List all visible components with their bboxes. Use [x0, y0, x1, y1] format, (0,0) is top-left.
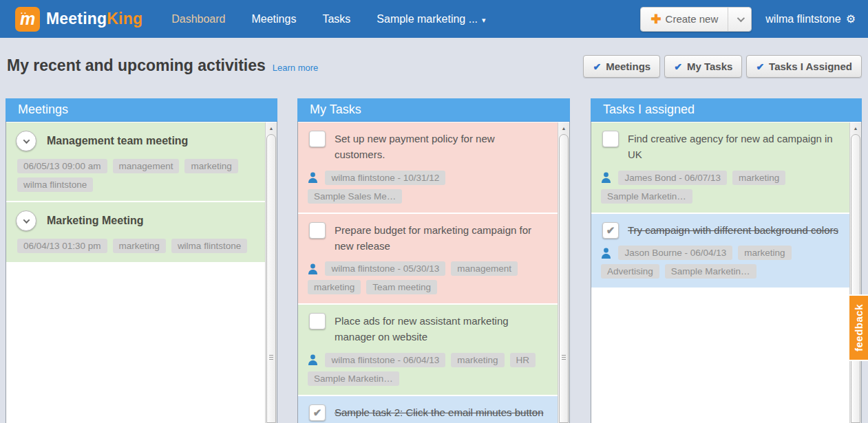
assignee-tag: Jason Bourne - 06/04/13 [618, 246, 732, 260]
task-meta: wilma flintstone - 06/04/13marketingHRSa… [308, 351, 547, 388]
caret-down-icon: ▾ [482, 16, 486, 25]
top-navigation-bar: ..m MeetingKing Dashboard Meetings Tasks… [0, 0, 868, 38]
scrollbar-thumb[interactable] [266, 134, 276, 423]
scrollbar-grip [562, 354, 566, 361]
tag: Sample Marketin… [308, 371, 399, 386]
my-tasks-column: My Tasks Set up new payment policy for n… [297, 98, 570, 423]
check-icon: ✔ [674, 61, 682, 72]
expand-meeting-button[interactable] [16, 131, 36, 151]
brand-name: MeetingKing [46, 10, 142, 28]
chevron-down-icon [23, 137, 30, 144]
check-icon: ✔ [756, 61, 764, 72]
person-icon [308, 354, 318, 365]
nav-item-tasks[interactable]: Tasks [322, 13, 350, 25]
filter-tasks-assigned-button[interactable]: ✔ Tasks I Assigned [746, 55, 862, 78]
scrollbar-thumb[interactable] [851, 134, 860, 423]
meeting-item[interactable]: Management team meeting 06/05/13 09:00 a… [6, 122, 265, 202]
chevron-down-icon [23, 217, 30, 224]
tag: Team meeting [366, 280, 437, 294]
learn-more-link[interactable]: Learn more [273, 63, 318, 73]
task-checkbox[interactable] [309, 313, 326, 329]
person-icon [308, 172, 318, 183]
meeting-tags: 06/04/13 01:30 pmmarketingwilma flintsto… [17, 237, 254, 255]
task-checkbox[interactable]: ✔ [309, 404, 326, 421]
tag: Advertising [601, 264, 659, 279]
task-item[interactable]: ✔ Try campaign with different background… [591, 214, 849, 289]
create-new-dropdown-button[interactable] [728, 8, 751, 31]
tag: HR [510, 353, 536, 367]
person-icon [308, 263, 318, 274]
assignee-tag: James Bond - 06/07/13 [618, 171, 727, 185]
my-tasks-list: Set up new payment policy for new custom… [298, 122, 558, 423]
chevron-down-icon [737, 14, 745, 21]
task-item[interactable]: ✔ Sample task 2: Click the email minutes… [298, 396, 558, 423]
meeting-item[interactable]: Marketing Meeting 06/04/13 01:30 pmmarke… [6, 202, 265, 263]
task-checkbox[interactable] [602, 131, 619, 147]
task-text: Prepare budget for marketing campaign fo… [335, 222, 531, 252]
tag: wilma flintstone [17, 177, 93, 192]
task-tags: wilma flintstone - 05/30/13managementmar… [308, 262, 523, 292]
user-menu[interactable]: wilma flintstone ⚙ [765, 12, 856, 25]
tag: 06/04/13 01:30 pm [17, 239, 107, 253]
tag: 06/05/13 09:00 am [17, 159, 107, 173]
task-text: Place ads for new assistant marketing ma… [335, 313, 509, 343]
brand-logo[interactable]: ..m MeetingKing [15, 7, 142, 32]
tag: management [451, 261, 518, 276]
task-text: Set up new payment policy for new custom… [335, 131, 495, 160]
scroll-up-icon[interactable]: ▲ [558, 122, 569, 133]
tag: Sample Marketin… [665, 264, 756, 279]
page-header: My recent and upcoming activities Learn … [0, 38, 868, 98]
person-icon [601, 248, 611, 259]
nav-item-project-dropdown[interactable]: Sample marketing ...▾ [377, 13, 485, 25]
task-item[interactable]: Find creative agency for new ad campaign… [591, 122, 849, 214]
task-checkbox[interactable] [309, 222, 326, 239]
filter-my-tasks-button[interactable]: ✔ My Tasks [664, 55, 742, 78]
meetings-list: Management team meeting 06/05/13 09:00 a… [6, 122, 265, 423]
tag: Sample Marketin… [601, 189, 692, 204]
expand-meeting-button[interactable] [16, 210, 36, 231]
assignee-tag: wilma flintstone - 10/31/12 [325, 171, 445, 185]
nav-item-meetings[interactable]: Meetings [251, 13, 296, 25]
tasks-assigned-list: Find creative agency for new ad campaign… [591, 122, 849, 423]
task-tags: James Bond - 06/07/13marketingSample Mar… [601, 171, 791, 202]
task-text: Sample task 2: Click the email minutes b… [308, 404, 543, 423]
task-item[interactable]: Set up new payment policy for new custom… [298, 122, 558, 214]
nav-item-dashboard[interactable]: Dashboard [171, 13, 225, 25]
filter-toggle-group: ✔ Meetings ✔ My Tasks ✔ Tasks I Assigned [583, 55, 862, 78]
tag: marketing [738, 246, 791, 260]
person-icon [601, 172, 611, 183]
my-tasks-scrollbar[interactable]: ▲ [558, 122, 569, 423]
meeting-title: Marketing Meeting [47, 215, 143, 227]
task-tags: wilma flintstone - 10/31/12Sample Sales … [308, 171, 451, 202]
tasks-assigned-scrollbar[interactable]: ▲ [849, 122, 861, 423]
meeting-title: Management team meeting [47, 135, 188, 147]
meetings-scrollbar[interactable]: ▲ [265, 122, 277, 423]
task-tags: Jason Bourne - 06/04/13marketingAdvertis… [601, 246, 797, 276]
feedback-tab[interactable]: feedback [848, 294, 868, 361]
page-title: My recent and upcoming activities [7, 56, 266, 75]
create-new-button[interactable]: ✚ Create new [641, 8, 728, 31]
nav-right-section: ✚ Create new wilma flintstone ⚙ [640, 7, 856, 32]
tag: marketing [308, 280, 361, 294]
scroll-up-icon[interactable]: ▲ [266, 122, 277, 133]
meetings-column: Meetings Management team meeting 06/05/1… [6, 98, 277, 423]
scroll-up-icon[interactable]: ▲ [850, 122, 861, 133]
gear-icon[interactable]: ⚙ [846, 12, 856, 25]
task-text: Find creative agency for new ad campaign… [628, 131, 833, 160]
task-item[interactable]: Prepare budget for marketing campaign fo… [298, 214, 558, 305]
scrollbar-thumb[interactable] [559, 134, 569, 423]
filter-meetings-button[interactable]: ✔ Meetings [583, 55, 660, 78]
meeting-tags: 06/05/13 09:00 ammanagementmarketingwilm… [17, 157, 254, 194]
task-checkbox[interactable] [309, 131, 326, 147]
meetings-column-header: Meetings [6, 98, 277, 122]
tag: management [113, 159, 180, 173]
task-checkbox[interactable]: ✔ [602, 222, 619, 239]
nav-menu: Dashboard Meetings Tasks Sample marketin… [171, 13, 485, 25]
tasks-assigned-column-header: Tasks I assigned [591, 98, 862, 122]
task-meta: wilma flintstone - 10/31/12Sample Sales … [308, 169, 547, 206]
task-item[interactable]: Place ads for new assistant marketing ma… [298, 305, 558, 396]
task-text: Try campaign with different background c… [628, 222, 838, 236]
my-tasks-column-header: My Tasks [297, 98, 570, 122]
task-tags: wilma flintstone - 06/04/13marketingHRSa… [308, 354, 541, 384]
assignee-tag: wilma flintstone - 06/04/13 [325, 353, 445, 367]
